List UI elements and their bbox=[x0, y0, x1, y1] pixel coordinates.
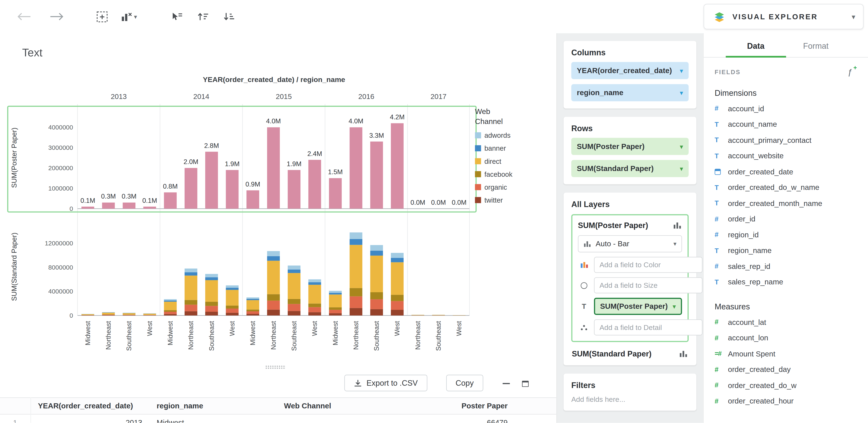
table-header-YEAR(order_created_date)[interactable]: YEAR(order_created_date) bbox=[31, 397, 149, 414]
minimize-button[interactable] bbox=[500, 378, 512, 390]
svg-text:Southeast: Southeast bbox=[208, 321, 215, 351]
fields-panel: Data Format FIELDS ƒ+ Dimensions #accoun… bbox=[703, 33, 868, 423]
add-calculated-field-icon[interactable]: ƒ+ bbox=[848, 67, 857, 76]
svg-text:SUM(Poster Paper): SUM(Poster Paper) bbox=[10, 128, 18, 188]
field-label: account_primary_contact bbox=[728, 136, 811, 144]
layer-header[interactable]: SUM(Poster Paper) bbox=[578, 221, 682, 230]
field-item-region_name[interactable]: Tregion_name bbox=[704, 243, 868, 258]
chevron-down-icon: ▾ bbox=[852, 13, 855, 20]
size-encoding-icon bbox=[578, 282, 590, 289]
remove-chart-button[interactable]: ▾ bbox=[118, 9, 139, 24]
svg-text:SUM(Standard Paper): SUM(Standard Paper) bbox=[10, 232, 18, 301]
text-widget[interactable]: Text bbox=[22, 46, 42, 59]
field-item-order_created_month_name[interactable]: Torder_created_month_name bbox=[704, 195, 868, 211]
layer-standard-paper[interactable]: SUM(Standard Paper) bbox=[571, 349, 689, 358]
chevron-down-icon[interactable]: ▾ bbox=[680, 89, 683, 97]
panel-tabs: Data Format bbox=[704, 33, 868, 58]
table-header-Web Channel[interactable]: Web Channel bbox=[277, 397, 399, 414]
svg-text:0.1M: 0.1M bbox=[80, 197, 95, 204]
rows-title: Rows bbox=[571, 124, 689, 133]
svg-text:adwords: adwords bbox=[484, 131, 510, 139]
detail-encoding-icon bbox=[578, 324, 590, 331]
field-item-Amount Spent[interactable]: =#Amount Spent bbox=[704, 346, 868, 362]
table-header-Poster Paper[interactable]: Poster Paper bbox=[399, 397, 515, 414]
number-field-icon: # bbox=[715, 231, 728, 239]
field-item-order_created_hour[interactable]: #order_created_hour bbox=[704, 393, 868, 409]
color-encoding-icon bbox=[578, 261, 590, 268]
field-item-order_created_do_w_name[interactable]: Torder_created_do_w_name bbox=[704, 180, 868, 195]
field-item-order_id[interactable]: #order_id bbox=[704, 211, 868, 227]
back-button[interactable] bbox=[14, 10, 34, 23]
label-field-pill[interactable]: SUM(Poster Paper) ▾ bbox=[594, 298, 682, 315]
resize-handle[interactable] bbox=[265, 365, 286, 369]
svg-text:0: 0 bbox=[69, 205, 73, 212]
table-header-rownum[interactable] bbox=[0, 397, 31, 414]
size-field-input[interactable] bbox=[594, 277, 703, 293]
chevron-down-icon[interactable]: ▾ bbox=[680, 165, 683, 172]
svg-text:4000000: 4000000 bbox=[48, 124, 73, 131]
field-item-region_id[interactable]: #region_id bbox=[704, 227, 868, 243]
svg-text:3000000: 3000000 bbox=[48, 144, 73, 151]
chevron-down-icon[interactable]: ▾ bbox=[680, 142, 683, 150]
filters-placeholder[interactable]: Add fields here... bbox=[571, 395, 689, 403]
table-header-region_name[interactable]: region_name bbox=[149, 397, 277, 414]
chevron-down-icon: ▾ bbox=[134, 13, 137, 20]
field-pill[interactable]: YEAR(order_created_date)▾ bbox=[571, 62, 689, 79]
field-pill[interactable]: SUM(Poster Paper)▾ bbox=[571, 138, 689, 155]
pill-label: SUM(Standard Paper) bbox=[577, 164, 653, 173]
svg-text:Northeast: Northeast bbox=[187, 321, 194, 350]
calculated-field-icon: =# bbox=[715, 350, 728, 358]
chevron-down-icon[interactable]: ▾ bbox=[673, 302, 676, 310]
field-item-account_lat[interactable]: #account_lat bbox=[704, 314, 868, 330]
add-chart-button[interactable] bbox=[94, 8, 110, 25]
pointer-icon bbox=[170, 11, 183, 22]
visual-explorer-menu[interactable]: VISUAL EXPLORER ▾ bbox=[704, 4, 864, 29]
bar-chart-icon bbox=[679, 350, 688, 358]
tab-format[interactable]: Format bbox=[786, 33, 846, 58]
detail-field-input[interactable] bbox=[594, 319, 703, 335]
text-field-icon: T bbox=[715, 199, 728, 207]
field-pill[interactable]: SUM(Standard Paper)▾ bbox=[571, 160, 689, 177]
filters-shelf: Filters Add fields here... bbox=[564, 373, 696, 411]
field-pill[interactable]: region_name▾ bbox=[571, 84, 689, 101]
chart[interactable]: YEAR(order_created_date) / region_name20… bbox=[0, 72, 556, 373]
field-item-sales_rep_name[interactable]: Tsales_rep_name bbox=[704, 274, 868, 290]
copy-button[interactable]: Copy bbox=[446, 375, 483, 391]
color-field-input[interactable] bbox=[594, 257, 703, 273]
field-item-account_website[interactable]: Taccount_website bbox=[704, 148, 868, 164]
fields-header: FIELDS bbox=[715, 68, 741, 75]
field-label: sales_rep_id bbox=[728, 262, 770, 270]
svg-text:facebook: facebook bbox=[484, 170, 513, 178]
field-item-sales_rep_id[interactable]: #sales_rep_id bbox=[704, 259, 868, 274]
number-field-icon: # bbox=[715, 397, 728, 405]
layer-poster-paper: SUM(Poster Paper) Auto - Bar ▾ bbox=[571, 214, 689, 342]
svg-text:West: West bbox=[228, 321, 236, 336]
field-item-order_created_date[interactable]: order_created_date bbox=[704, 164, 868, 180]
forward-button[interactable] bbox=[47, 10, 66, 23]
dimensions-list: #account_idTaccount_nameTaccount_primary… bbox=[704, 101, 868, 290]
svg-text:Midwest: Midwest bbox=[249, 321, 256, 345]
text-field-icon: T bbox=[715, 278, 728, 286]
svg-text:Southeast: Southeast bbox=[435, 321, 442, 351]
tab-data[interactable]: Data bbox=[726, 33, 786, 58]
mark-type-value: Auto - Bar bbox=[596, 240, 629, 248]
svg-text:Midwest: Midwest bbox=[332, 321, 339, 345]
mark-type-select[interactable]: Auto - Bar ▾ bbox=[578, 235, 682, 252]
sort-ascending-button[interactable] bbox=[194, 9, 211, 24]
annotate-button[interactable] bbox=[168, 9, 185, 24]
field-item-account_primary_contact[interactable]: Taccount_primary_contact bbox=[704, 132, 868, 148]
field-item-order_created_do_w[interactable]: #order_created_do_w bbox=[704, 378, 868, 393]
results-table: YEAR(order_created_date)region_nameWeb C… bbox=[0, 397, 556, 423]
field-item-order_created_day[interactable]: #order_created_day bbox=[704, 362, 868, 378]
export-csv-button[interactable]: Export to .CSV bbox=[344, 375, 427, 391]
field-item-account_id[interactable]: #account_id bbox=[704, 101, 868, 116]
table-row[interactable]: 12013Midwest66479 bbox=[0, 414, 556, 423]
chevron-down-icon[interactable]: ▾ bbox=[680, 67, 683, 74]
maximize-button[interactable] bbox=[519, 378, 531, 390]
svg-text:0.1M: 0.1M bbox=[142, 197, 157, 204]
sort-descending-button[interactable] bbox=[220, 9, 237, 24]
field-label: region_id bbox=[728, 231, 758, 239]
field-item-account_lon[interactable]: #account_lon bbox=[704, 330, 868, 346]
field-item-account_name[interactable]: Taccount_name bbox=[704, 117, 868, 132]
svg-text:3.3M: 3.3M bbox=[369, 132, 384, 139]
